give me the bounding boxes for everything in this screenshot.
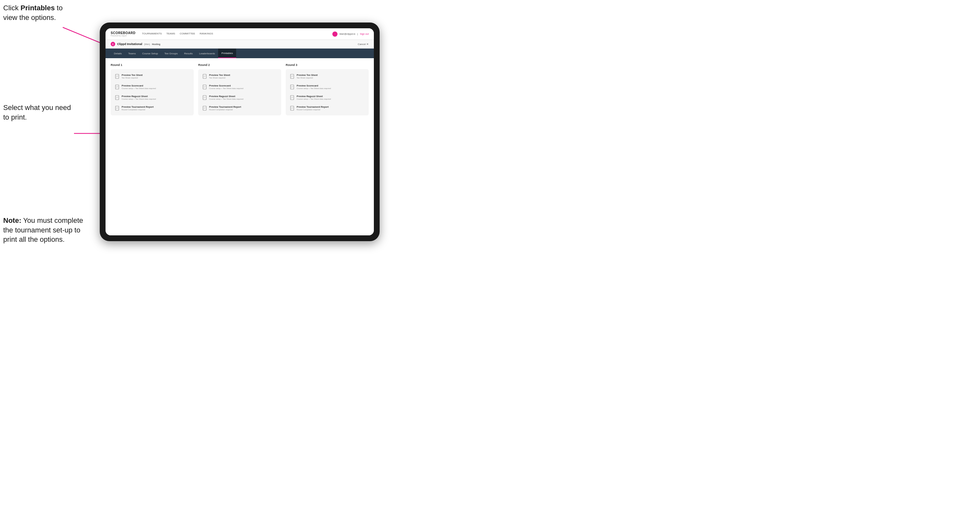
tournament-division: (Men) [144,43,150,45]
round1-tee-subtitle: Tee Sheet required [122,77,143,79]
round2-scorecard-subtitle: Course setup + Tee Sheet data required [209,87,243,89]
tab-tee-groups[interactable]: Tee Groups [161,49,181,58]
tab-results[interactable]: Results [181,49,196,58]
round1-raguzzi-subtitle: Course setup + Tee Sheet data required [122,98,156,100]
round2-report-subtitle: Round Completion required [209,109,241,111]
cancel-button[interactable]: Cancel ✕ [358,43,369,46]
round1-raguzzi[interactable]: Preview Raguzzi Sheet Course setup + Tee… [114,94,191,102]
nav-rankings[interactable]: RANKINGS [199,32,213,37]
round3-raguzzi-title: Preview Raguzzi Sheet [297,95,331,98]
user-email: blair@clippd.io [339,32,355,35]
round2-tee-sheet[interactable]: Preview Tee Sheet Tee Sheet required [201,72,278,80]
brand: SCOREBOARD Powered by clippd [111,31,135,37]
round2-scorecard[interactable]: Preview Scorecard Course setup + Tee She… [201,83,278,91]
round-1-card: Preview Tee Sheet Tee Sheet required [111,69,194,116]
document-icon-8 [203,106,207,111]
rounds-grid: Round 1 [111,63,369,116]
tab-printables[interactable]: Printables [218,49,236,58]
separator: | [358,32,358,35]
tablet-screen: SCOREBOARD Powered by clippd TOURNAMENTS… [105,28,374,235]
round1-raguzzi-title: Preview Raguzzi Sheet [122,95,156,98]
round3-scorecard-subtitle: Course setup + Tee Sheet data required [297,87,331,89]
round-2-title: Round 2 [198,63,281,67]
round2-report-title: Preview Tournament Report [209,105,241,108]
top-nav-right: blair@clippd.io | Sign out [332,32,369,37]
brand-title: SCOREBOARD [111,31,135,35]
tournament-title: C Clippd Invitational (Men) Hosting [111,42,160,46]
round-2-column: Round 2 [198,63,281,116]
tournament-logo: C [111,42,115,46]
document-icon [115,74,120,79]
round3-report-subtitle: Round Completion required [297,109,328,111]
tab-teams[interactable]: Teams [125,49,139,58]
round2-raguzzi-subtitle: Course setup + Tee Sheet data required [209,98,243,100]
round3-raguzzi-subtitle: Course setup + Tee Sheet data required [297,98,331,100]
nav-teams[interactable]: TEAMS [166,32,175,37]
tab-leaderboards[interactable]: Leaderboards [196,49,218,58]
round-2-card: Preview Tee Sheet Tee Sheet required [198,69,281,116]
sign-out-link[interactable]: Sign out [360,32,369,35]
round2-raguzzi[interactable]: Preview Raguzzi Sheet Course setup + Tee… [201,94,278,102]
tablet-device: SCOREBOARD Powered by clippd TOURNAMENTS… [100,22,380,241]
round3-report-title: Preview Tournament Report [297,105,328,108]
sub-header: C Clippd Invitational (Men) Hosting Canc… [105,40,374,49]
annotation-bottom: Note: You must complete the tournament s… [3,216,87,244]
document-icon-2 [115,84,120,90]
round3-raguzzi[interactable]: Preview Raguzzi Sheet Course setup + Tee… [289,94,366,102]
round3-tournament-report[interactable]: Preview Tournament Report Round Completi… [289,104,366,112]
annotation-top: Click Printables toview the options. [3,3,74,22]
tournament-name: Clippd Invitational [117,43,142,46]
brand-sub: Powered by clippd [111,35,135,37]
document-icon-9 [290,74,295,79]
round2-scorecard-title: Preview Scorecard [209,84,243,87]
document-icon-10 [290,84,295,90]
top-nav: SCOREBOARD Powered by clippd TOURNAMENTS… [105,28,374,40]
user-avatar [332,32,337,37]
document-icon-5 [203,74,207,79]
document-icon-12 [290,106,295,111]
document-icon-3 [115,95,120,100]
annotation-middle: Select what you need to print. [3,103,77,122]
round1-tee-sheet[interactable]: Preview Tee Sheet Tee Sheet required [114,72,191,80]
round-1-column: Round 1 [111,63,194,116]
round3-tee-sheet[interactable]: Preview Tee Sheet Tee Sheet required [289,72,366,80]
document-icon-11 [290,95,295,100]
round3-scorecard[interactable]: Preview Scorecard Course setup + Tee She… [289,83,366,91]
hosting-badge: Hosting [152,43,160,45]
tab-details[interactable]: Details [111,49,125,58]
main-content: Round 1 [105,58,374,235]
round3-tee-title: Preview Tee Sheet [297,74,318,76]
round2-tee-title: Preview Tee Sheet [209,74,230,76]
round1-report-title: Preview Tournament Report [122,105,153,108]
document-icon-6 [203,84,207,90]
round1-scorecard-subtitle: Course setup + Tee Sheet data required [122,87,156,89]
round1-scorecard[interactable]: Preview Scorecard Course setup + Tee She… [114,83,191,91]
document-icon-4 [115,106,120,111]
round-3-card: Preview Tee Sheet Tee Sheet required [286,69,369,116]
round-3-title: Round 3 [286,63,369,67]
nav-committee[interactable]: COMMITTEE [180,32,195,37]
round1-scorecard-title: Preview Scorecard [122,84,156,87]
round-3-column: Round 3 [286,63,369,116]
top-nav-links: TOURNAMENTS TEAMS COMMITTEE RANKINGS [142,32,332,37]
round1-report-subtitle: Round Completion required [122,109,153,111]
round3-tee-subtitle: Tee Sheet required [297,77,318,79]
tab-bar: Details Teams Course Setup Tee Groups Re… [105,49,374,58]
annotation-bold: Printables [21,4,55,12]
document-icon-7 [203,95,207,100]
round1-tournament-report[interactable]: Preview Tournament Report Round Completi… [114,104,191,112]
nav-tournaments[interactable]: TOURNAMENTS [142,32,162,37]
tab-course-setup[interactable]: Course Setup [139,49,161,58]
round2-tee-subtitle: Tee Sheet required [209,77,230,79]
round2-tournament-report[interactable]: Preview Tournament Report Round Completi… [201,104,278,112]
round2-raguzzi-title: Preview Raguzzi Sheet [209,95,243,98]
round-1-title: Round 1 [111,63,194,67]
round3-scorecard-title: Preview Scorecard [297,84,331,87]
round1-tee-title: Preview Tee Sheet [122,74,143,76]
